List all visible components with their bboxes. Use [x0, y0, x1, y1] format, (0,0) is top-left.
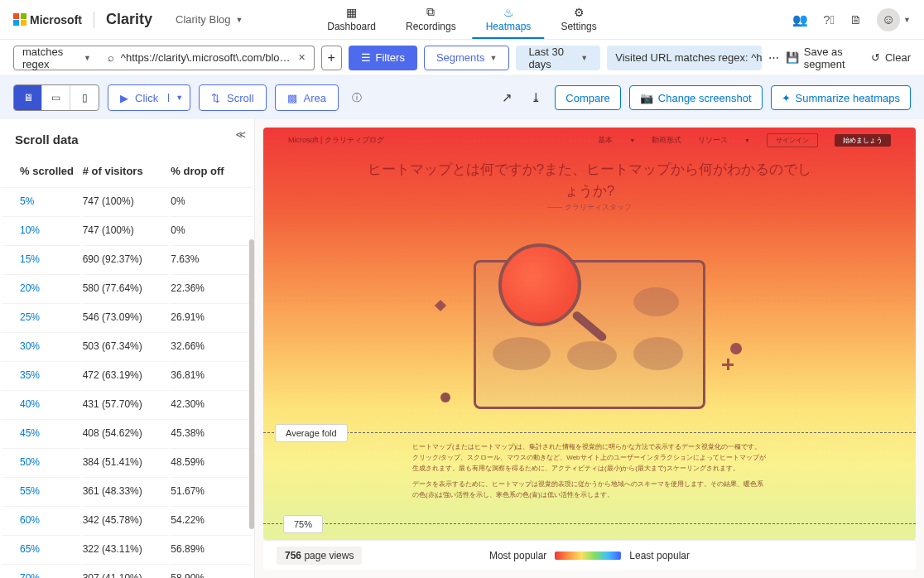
- nav-recordings[interactable]: ⧉ Recordings: [392, 1, 469, 39]
- scroll-pct-link[interactable]: 45%: [2, 419, 81, 446]
- scroll-pct-link[interactable]: 40%: [2, 390, 81, 417]
- legend-gradient: [555, 552, 621, 560]
- table-row: 55%361 (48.33%)51.67%: [2, 477, 253, 504]
- mobile-view-button[interactable]: ▯: [70, 85, 99, 110]
- magnifier-icon: [498, 243, 581, 326]
- scroll-heatmap-button[interactable]: ⇅ Scroll: [199, 84, 267, 111]
- dashboard-icon: ▦: [345, 6, 359, 19]
- date-range-dropdown[interactable]: Last 30 days ▼: [516, 46, 600, 70]
- col-scrolled: % scrolled: [2, 157, 81, 185]
- col-dropoff: % drop off: [171, 157, 253, 185]
- nav-heatmaps[interactable]: ♨ Heatmaps: [473, 1, 545, 39]
- preview-body: ヒートマップ(またはヒートマップ)は、集計された情報を視覚的に明らかな方法で表示…: [412, 442, 767, 474]
- preview-illustration: [449, 260, 730, 426]
- save-segment-button[interactable]: 💾 Save as segment: [786, 46, 858, 70]
- click-heatmap-button[interactable]: ▶ Click ▼: [108, 84, 190, 111]
- visitors-cell: 690 (92.37%): [83, 245, 170, 272]
- table-row: 45%408 (54.62%)45.38%: [2, 419, 253, 446]
- close-icon[interactable]: ✕: [298, 52, 306, 63]
- area-icon: ▩: [287, 92, 297, 104]
- visited-url-chip[interactable]: Visited URL matches regex: ^https:/: [607, 46, 762, 70]
- segments-button[interactable]: Segments ▼: [424, 46, 509, 70]
- area-heatmap-button[interactable]: ▩ Area: [275, 84, 339, 111]
- nav-dashboard[interactable]: ▦ Dashboard: [314, 1, 389, 39]
- url-search-input[interactable]: ⌕ ^https://clarity\.microsoft\.com/blog/…: [99, 46, 315, 70]
- dropoff-cell: 51.67%: [171, 477, 253, 504]
- filter-bar: matches regex ▼ ⌕ ^https://clarity\.micr…: [0, 40, 924, 76]
- top-nav: ▦ Dashboard ⧉ Recordings ♨ Heatmaps ⚙ Se…: [314, 1, 609, 39]
- scroll-pct-link[interactable]: 10%: [2, 216, 81, 243]
- tablet-view-button[interactable]: ▭: [42, 85, 70, 110]
- table-row: 35%472 (63.19%)36.81%: [2, 361, 253, 388]
- app-name: Clarity: [106, 11, 152, 28]
- table-row: 20%580 (77.64%)22.36%: [2, 274, 253, 301]
- dropoff-cell: 56.89%: [171, 535, 253, 562]
- dropoff-cell: 45.38%: [171, 419, 253, 446]
- share-icon[interactable]: ↗: [497, 90, 517, 105]
- scroll-pct-link[interactable]: 65%: [2, 535, 81, 562]
- preview-title: ヒートマップとは何ですか?また、ヒートマップから何がわかるのでしょうか?: [263, 159, 916, 201]
- filters-button[interactable]: ☰ Filters: [349, 46, 417, 70]
- save-icon: 💾: [786, 51, 799, 64]
- project-dropdown[interactable]: Clarity Blog ▼: [176, 13, 243, 26]
- recordings-icon: ⧉: [424, 6, 437, 19]
- change-screenshot-button[interactable]: 📷 Change screenshot: [629, 85, 763, 110]
- compare-button[interactable]: Compare: [555, 85, 620, 110]
- heatmap-legend: Most popular Least popular: [489, 550, 690, 561]
- chevron-down-icon: ▼: [236, 16, 243, 24]
- visitors-cell: 546 (73.09%): [83, 303, 170, 330]
- scroll-pct-link[interactable]: 50%: [2, 448, 81, 475]
- feedback-icon[interactable]: 🗎: [849, 12, 862, 26]
- desktop-view-button[interactable]: 🖥: [14, 85, 42, 110]
- preview-subtitle: —— クラリティスタッフ: [263, 202, 916, 213]
- people-icon[interactable]: 👥: [792, 12, 808, 27]
- header-right: 👥 ?⃝ 🗎 ☺ ▼: [792, 8, 911, 31]
- table-row: 5%747 (100%)0%: [2, 187, 253, 214]
- info-icon[interactable]: ⓘ: [352, 91, 362, 105]
- visitors-cell: 361 (48.33%): [83, 477, 170, 504]
- preview-start: 始めましょう: [835, 134, 891, 147]
- nav-settings[interactable]: ⚙ Settings: [547, 1, 609, 39]
- clear-button[interactable]: ↺ Clear: [871, 51, 911, 64]
- account-dropdown[interactable]: ☺ ▼: [877, 8, 911, 31]
- table-row: 65%322 (43.11%)56.89%: [2, 535, 253, 562]
- scroll-pct-link[interactable]: 15%: [2, 245, 81, 272]
- dropoff-cell: 22.36%: [171, 274, 253, 301]
- scroll-pct-link[interactable]: 30%: [2, 332, 81, 359]
- table-row: 60%342 (45.78%)54.22%: [2, 506, 253, 533]
- play-icon: ▶: [120, 92, 128, 104]
- sparkle-icon: ✦: [782, 92, 791, 104]
- visitors-cell: 431 (57.70%): [83, 390, 170, 417]
- settings-icon: ⚙: [572, 6, 585, 19]
- heatmaps-icon: ♨: [502, 6, 515, 19]
- match-mode-dropdown[interactable]: matches regex ▼: [13, 46, 100, 70]
- summarize-button[interactable]: ✦ Summarize heatmaps: [771, 85, 911, 110]
- microsoft-icon: [13, 13, 26, 26]
- visitors-cell: 322 (43.11%): [83, 535, 170, 562]
- collapse-panel-icon[interactable]: ≫: [235, 129, 246, 141]
- dropoff-cell: 0%: [171, 187, 253, 214]
- scroll-pct-link[interactable]: 55%: [2, 477, 81, 504]
- heatmap-toolbar: 🖥 ▭ ▯ ▶ Click ▼ ⇅ Scroll ▩ Area ⓘ ↗ ⤓ Co…: [0, 76, 924, 119]
- preview-body: データを表示するために、ヒートマップは視覚的表現に従かうから地域へのスキーマを使…: [412, 479, 767, 501]
- scroll-pct-link[interactable]: 25%: [2, 303, 81, 330]
- scroll-icon: ⇅: [211, 92, 220, 104]
- dropoff-cell: 36.81%: [171, 361, 253, 388]
- download-icon[interactable]: ⤓: [526, 90, 546, 105]
- add-filter-button[interactable]: +: [321, 46, 342, 70]
- scrollbar[interactable]: [249, 239, 254, 529]
- search-icon: ⌕: [108, 51, 114, 64]
- dropoff-cell: 0%: [171, 216, 253, 243]
- scroll-pct-link[interactable]: 35%: [2, 361, 81, 388]
- scroll-pct-link[interactable]: 20%: [2, 274, 81, 301]
- page-views-badge: 756 page views: [277, 547, 362, 565]
- heatmap-canvas[interactable]: Microsoft | クラリティブログ 基本 ▼ 動画形式 リソース ▼ サイ…: [263, 128, 916, 540]
- chevron-down-icon: ▼: [903, 16, 911, 24]
- more-icon[interactable]: ⋯: [768, 51, 779, 64]
- scroll-pct-link[interactable]: 70%: [2, 564, 81, 578]
- help-icon[interactable]: ?⃝: [823, 12, 835, 26]
- scroll-pct-link[interactable]: 60%: [2, 506, 81, 533]
- microsoft-logo[interactable]: Microsoft: [13, 13, 82, 26]
- visitors-cell: 747 (100%): [83, 216, 170, 243]
- scroll-pct-link[interactable]: 5%: [2, 187, 81, 214]
